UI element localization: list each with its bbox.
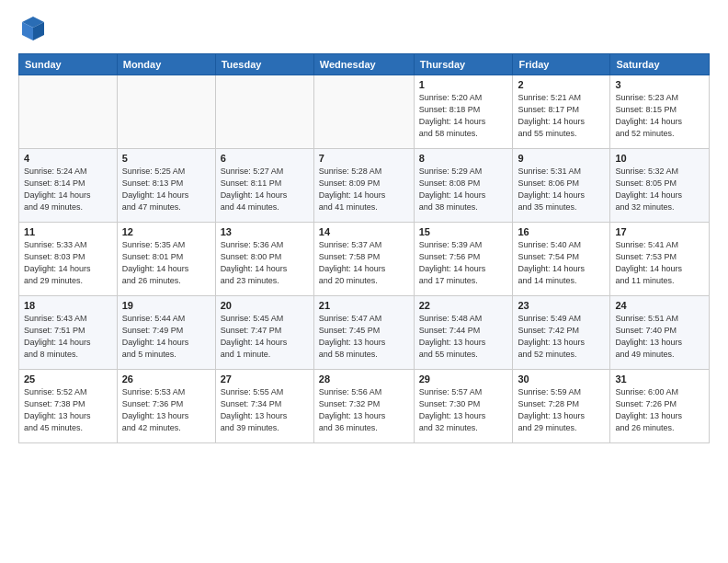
page-header xyxy=(18,15,710,44)
weekday-header: Friday xyxy=(513,54,610,75)
calendar-cell: 27Sunrise: 5:55 AM Sunset: 7:34 PM Dayli… xyxy=(215,370,313,443)
day-info: Sunrise: 5:53 AM Sunset: 7:36 PM Dayligh… xyxy=(122,386,210,434)
calendar-week-row: 25Sunrise: 5:52 AM Sunset: 7:38 PM Dayli… xyxy=(19,370,710,443)
day-info: Sunrise: 5:40 AM Sunset: 7:54 PM Dayligh… xyxy=(518,239,605,287)
day-number: 11 xyxy=(24,226,112,237)
calendar-cell: 13Sunrise: 5:36 AM Sunset: 8:00 PM Dayli… xyxy=(215,223,313,296)
day-info: Sunrise: 5:51 AM Sunset: 7:40 PM Dayligh… xyxy=(615,313,704,361)
calendar-cell xyxy=(19,75,118,149)
day-number: 13 xyxy=(221,226,309,237)
calendar-cell: 4Sunrise: 5:24 AM Sunset: 8:14 PM Daylig… xyxy=(19,149,118,223)
day-number: 4 xyxy=(24,153,112,164)
day-info: Sunrise: 5:55 AM Sunset: 7:34 PM Dayligh… xyxy=(221,386,309,434)
calendar-cell: 11Sunrise: 5:33 AM Sunset: 8:03 PM Dayli… xyxy=(19,223,118,296)
day-info: Sunrise: 5:36 AM Sunset: 8:00 PM Dayligh… xyxy=(221,239,309,287)
day-number: 28 xyxy=(319,373,409,385)
day-info: Sunrise: 5:25 AM Sunset: 8:13 PM Dayligh… xyxy=(122,166,210,213)
day-number: 25 xyxy=(24,373,112,385)
day-number: 31 xyxy=(615,373,704,385)
day-info: Sunrise: 5:21 AM Sunset: 8:17 PM Dayligh… xyxy=(518,92,605,140)
calendar-cell: 9Sunrise: 5:31 AM Sunset: 8:06 PM Daylig… xyxy=(513,149,610,223)
calendar-cell: 24Sunrise: 5:51 AM Sunset: 7:40 PM Dayli… xyxy=(610,296,710,370)
calendar-cell: 15Sunrise: 5:39 AM Sunset: 7:56 PM Dayli… xyxy=(414,223,513,296)
calendar-cell: 7Sunrise: 5:28 AM Sunset: 8:09 PM Daylig… xyxy=(313,149,414,223)
day-info: Sunrise: 5:20 AM Sunset: 8:18 PM Dayligh… xyxy=(419,92,508,140)
day-number: 18 xyxy=(24,300,112,311)
day-info: Sunrise: 5:43 AM Sunset: 7:51 PM Dayligh… xyxy=(24,313,112,361)
day-info: Sunrise: 5:28 AM Sunset: 8:09 PM Dayligh… xyxy=(319,166,409,213)
calendar-cell xyxy=(117,75,215,149)
day-info: Sunrise: 5:31 AM Sunset: 8:06 PM Dayligh… xyxy=(518,166,605,213)
calendar-cell: 23Sunrise: 5:49 AM Sunset: 7:42 PM Dayli… xyxy=(513,296,610,370)
calendar-cell: 1Sunrise: 5:20 AM Sunset: 8:18 PM Daylig… xyxy=(414,75,513,149)
logo xyxy=(18,15,46,44)
day-number: 20 xyxy=(221,300,309,311)
day-info: Sunrise: 5:23 AM Sunset: 8:15 PM Dayligh… xyxy=(615,92,704,140)
calendar-week-row: 1Sunrise: 5:20 AM Sunset: 8:18 PM Daylig… xyxy=(19,75,710,149)
calendar-cell: 25Sunrise: 5:52 AM Sunset: 7:38 PM Dayli… xyxy=(19,370,118,443)
day-info: Sunrise: 5:52 AM Sunset: 7:38 PM Dayligh… xyxy=(24,386,112,434)
calendar-cell: 12Sunrise: 5:35 AM Sunset: 8:01 PM Dayli… xyxy=(117,223,215,296)
day-number: 19 xyxy=(122,300,210,311)
calendar-cell xyxy=(215,75,313,149)
day-number: 1 xyxy=(419,79,508,90)
logo-icon xyxy=(20,15,46,40)
day-info: Sunrise: 5:47 AM Sunset: 7:45 PM Dayligh… xyxy=(319,313,409,361)
day-info: Sunrise: 5:29 AM Sunset: 8:08 PM Dayligh… xyxy=(419,166,508,213)
calendar-week-row: 4Sunrise: 5:24 AM Sunset: 8:14 PM Daylig… xyxy=(19,149,710,223)
calendar-week-row: 18Sunrise: 5:43 AM Sunset: 7:51 PM Dayli… xyxy=(19,296,710,370)
day-number: 30 xyxy=(518,373,605,385)
calendar-cell: 22Sunrise: 5:48 AM Sunset: 7:44 PM Dayli… xyxy=(414,296,513,370)
calendar-cell: 26Sunrise: 5:53 AM Sunset: 7:36 PM Dayli… xyxy=(117,370,215,443)
calendar-cell: 17Sunrise: 5:41 AM Sunset: 7:53 PM Dayli… xyxy=(610,223,710,296)
day-number: 21 xyxy=(319,300,409,311)
day-info: Sunrise: 5:37 AM Sunset: 7:58 PM Dayligh… xyxy=(319,239,409,287)
day-info: Sunrise: 5:33 AM Sunset: 8:03 PM Dayligh… xyxy=(24,239,112,287)
calendar-cell: 14Sunrise: 5:37 AM Sunset: 7:58 PM Dayli… xyxy=(313,223,414,296)
day-info: Sunrise: 5:24 AM Sunset: 8:14 PM Dayligh… xyxy=(24,166,112,213)
weekday-header: Thursday xyxy=(414,54,513,75)
day-info: Sunrise: 5:48 AM Sunset: 7:44 PM Dayligh… xyxy=(419,313,508,361)
day-number: 14 xyxy=(319,226,409,237)
day-info: Sunrise: 5:44 AM Sunset: 7:49 PM Dayligh… xyxy=(122,313,210,361)
calendar-cell: 18Sunrise: 5:43 AM Sunset: 7:51 PM Dayli… xyxy=(19,296,118,370)
day-number: 16 xyxy=(518,226,605,237)
calendar-cell: 16Sunrise: 5:40 AM Sunset: 7:54 PM Dayli… xyxy=(513,223,610,296)
day-number: 10 xyxy=(615,153,704,164)
calendar-cell: 31Sunrise: 6:00 AM Sunset: 7:26 PM Dayli… xyxy=(610,370,710,443)
day-info: Sunrise: 5:32 AM Sunset: 8:05 PM Dayligh… xyxy=(615,166,704,213)
day-info: Sunrise: 5:56 AM Sunset: 7:32 PM Dayligh… xyxy=(319,386,409,434)
weekday-header: Sunday xyxy=(19,54,118,75)
day-number: 7 xyxy=(319,153,409,164)
day-info: Sunrise: 5:59 AM Sunset: 7:28 PM Dayligh… xyxy=(518,386,605,434)
day-info: Sunrise: 6:00 AM Sunset: 7:26 PM Dayligh… xyxy=(615,386,704,434)
day-number: 17 xyxy=(615,226,704,237)
day-number: 27 xyxy=(221,373,309,385)
day-number: 12 xyxy=(122,226,210,237)
day-number: 29 xyxy=(419,373,508,385)
weekday-header: Tuesday xyxy=(215,54,313,75)
weekday-header: Wednesday xyxy=(313,54,414,75)
calendar-cell: 8Sunrise: 5:29 AM Sunset: 8:08 PM Daylig… xyxy=(414,149,513,223)
weekday-header: Saturday xyxy=(610,54,710,75)
day-info: Sunrise: 5:49 AM Sunset: 7:42 PM Dayligh… xyxy=(518,313,605,361)
calendar-week-row: 11Sunrise: 5:33 AM Sunset: 8:03 PM Dayli… xyxy=(19,223,710,296)
day-number: 8 xyxy=(419,153,508,164)
day-number: 6 xyxy=(221,153,309,164)
calendar-cell: 21Sunrise: 5:47 AM Sunset: 7:45 PM Dayli… xyxy=(313,296,414,370)
calendar-cell: 5Sunrise: 5:25 AM Sunset: 8:13 PM Daylig… xyxy=(117,149,215,223)
weekday-header: Monday xyxy=(117,54,215,75)
calendar-cell: 29Sunrise: 5:57 AM Sunset: 7:30 PM Dayli… xyxy=(414,370,513,443)
day-number: 23 xyxy=(518,300,605,311)
calendar-cell: 28Sunrise: 5:56 AM Sunset: 7:32 PM Dayli… xyxy=(313,370,414,443)
calendar-cell: 30Sunrise: 5:59 AM Sunset: 7:28 PM Dayli… xyxy=(513,370,610,443)
day-number: 24 xyxy=(615,300,704,311)
day-info: Sunrise: 5:45 AM Sunset: 7:47 PM Dayligh… xyxy=(221,313,309,361)
day-info: Sunrise: 5:35 AM Sunset: 8:01 PM Dayligh… xyxy=(122,239,210,287)
day-number: 5 xyxy=(122,153,210,164)
day-number: 9 xyxy=(518,153,605,164)
day-number: 2 xyxy=(518,79,605,90)
calendar-cell: 2Sunrise: 5:21 AM Sunset: 8:17 PM Daylig… xyxy=(513,75,610,149)
day-info: Sunrise: 5:39 AM Sunset: 7:56 PM Dayligh… xyxy=(419,239,508,287)
calendar-table: SundayMondayTuesdayWednesdayThursdayFrid… xyxy=(18,53,710,443)
